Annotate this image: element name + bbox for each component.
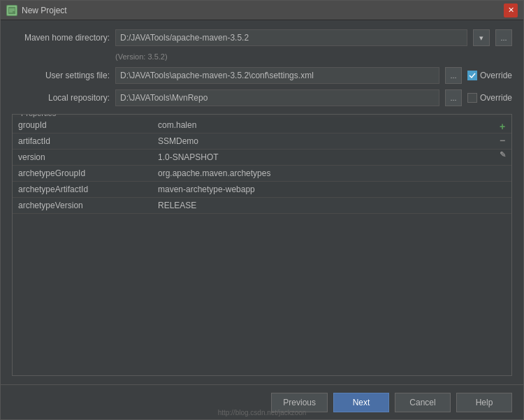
prop-key: archetypeGroupId [18, 168, 158, 178]
local-repo-override[interactable]: Override [467, 93, 512, 103]
properties-legend: Properties [18, 114, 59, 117]
local-repo-input[interactable] [115, 89, 439, 106]
maven-home-row: Maven home directory: ▾ ... [12, 29, 512, 47]
maven-home-dropdown-button[interactable]: ▾ [473, 29, 490, 46]
user-settings-input[interactable] [115, 67, 439, 84]
help-button[interactable]: Help [456, 393, 512, 412]
table-row[interactable]: artifactId SSMDemo [13, 133, 511, 150]
local-repo-browse-button[interactable]: ... [445, 89, 462, 106]
user-settings-override[interactable]: Override [467, 71, 512, 80]
add-property-button[interactable]: + [496, 120, 509, 133]
user-settings-row: User settings file: ... Override [12, 66, 512, 85]
user-settings-browse-button[interactable]: ... [445, 67, 462, 84]
prop-value: 1.0-SNAPSHOT [158, 152, 506, 162]
prop-value: RELEASE [158, 201, 506, 210]
table-row[interactable]: archetypeVersion RELEASE [13, 198, 511, 214]
prop-key: archetypeArtifactId [18, 184, 158, 194]
dialog-icon [6, 5, 17, 16]
prop-key: archetypeVersion [18, 201, 158, 210]
local-repo-override-label: Override [480, 93, 512, 103]
prop-value: maven-archetype-webapp [158, 184, 506, 194]
dialog-title: New Project [22, 6, 504, 15]
prop-key: version [18, 152, 158, 162]
user-settings-override-checkbox[interactable] [467, 71, 477, 80]
user-settings-override-label: Override [480, 71, 512, 80]
dialog-content: Maven home directory: ▾ ... (Version: 3.… [1, 20, 523, 384]
local-repo-label: Local repository: [12, 93, 110, 103]
prop-value: com.halen [158, 120, 506, 130]
maven-home-browse-button[interactable]: ... [495, 29, 512, 46]
remove-property-button[interactable]: − [496, 134, 509, 147]
maven-version-text: (Version: 3.5.2) [115, 51, 512, 62]
prop-key: artifactId [18, 136, 158, 146]
properties-actions: + − ✎ [496, 120, 509, 161]
new-project-dialog: New Project ✕ Maven home directory: ▾ ..… [0, 0, 524, 420]
next-button[interactable]: Next [333, 393, 389, 412]
edit-property-button[interactable]: ✎ [496, 148, 509, 161]
table-row[interactable]: groupId com.halen [13, 117, 511, 133]
local-repo-override-checkbox[interactable] [467, 93, 477, 103]
watermark: http://blog.csdn.net/jackzoon [218, 409, 307, 417]
properties-section: Properties + − ✎ groupId com.halen artif… [12, 114, 512, 376]
cancel-button[interactable]: Cancel [395, 393, 451, 412]
titlebar: New Project ✕ [1, 1, 523, 20]
properties-table: groupId com.halen artifactId SSMDemo ver… [13, 117, 511, 375]
prop-key: groupId [18, 120, 158, 130]
close-button[interactable]: ✕ [504, 3, 518, 17]
prop-value: SSMDemo [158, 136, 506, 146]
local-repo-row: Local repository: ... Override [12, 89, 512, 107]
maven-home-input[interactable] [115, 29, 467, 46]
user-settings-label: User settings file: [12, 71, 110, 80]
maven-home-label: Maven home directory: [12, 33, 110, 43]
table-row[interactable]: archetypeGroupId org.apache.maven.archet… [13, 166, 511, 182]
table-row[interactable]: version 1.0-SNAPSHOT [13, 150, 511, 166]
table-row[interactable]: archetypeArtifactId maven-archetype-weba… [13, 182, 511, 198]
prop-value: org.apache.maven.archetypes [158, 168, 506, 178]
